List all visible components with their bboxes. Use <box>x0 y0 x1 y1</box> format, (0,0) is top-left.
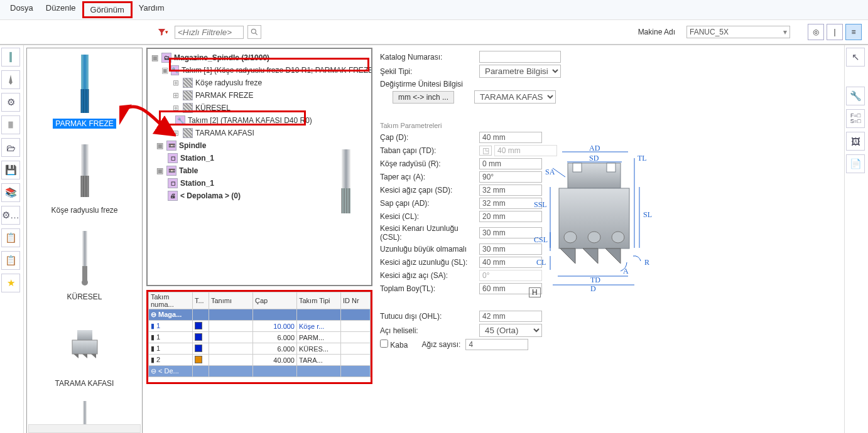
quick-filter-input[interactable] <box>175 26 244 39</box>
lbl-helis: Açı heliseli: <box>380 326 474 335</box>
param-label: Kesici (CL): <box>380 212 474 221</box>
menu-yardim[interactable]: Yardım <box>133 1 171 18</box>
val-agiz[interactable]: 4 <box>465 339 528 350</box>
param-label: Kesici Kenarı Uzunluğu (CSL): <box>380 224 474 242</box>
tree-t1c[interactable]: ⊞KÜRESEL <box>173 102 367 114</box>
machine-select[interactable]: FANUC_5X▾ <box>686 26 790 38</box>
svg-marker-35 <box>560 249 575 264</box>
param-label: Kesici ağız uzunluğu (SL): <box>380 258 474 267</box>
grid-row-1[interactable]: ▮ 1 6.000 PARM... <box>149 332 371 343</box>
svg-text:D: D <box>590 284 596 293</box>
lt-open-icon[interactable]: 🗁 <box>1 138 20 157</box>
param-label: Uzunluğu büyük olmamalı <box>380 245 474 254</box>
tree-t2a[interactable]: ⊞TARAMA KAFASI <box>173 127 367 139</box>
grid-group-depo[interactable]: ⊖ < De... <box>149 366 371 377</box>
rt-fs-icon[interactable]: F=□S=□ <box>846 109 865 128</box>
col-tanimi[interactable]: Tanımı <box>209 292 253 309</box>
view-mode2-icon[interactable]: ❘ <box>827 24 843 40</box>
filter-icon[interactable]: ▾ <box>157 26 168 38</box>
param-value[interactable]: 40 mm <box>479 132 542 143</box>
svg-text:SA: SA <box>545 168 555 176</box>
grid-row-3[interactable]: ▮ 2 40.000 TARA... <box>149 355 371 366</box>
svg-point-11 <box>82 279 88 286</box>
tool-parmak-freze[interactable]: PARMAK FREZE <box>27 48 142 135</box>
grid-row-2[interactable]: ▮ 1 6.000 KÜRES... <box>149 343 371 355</box>
sel-helis[interactable]: 45 (Orta) <box>479 324 542 337</box>
tree-root[interactable]: ▣🗂 Magazine_Spindle (2/1000) <box>151 51 367 64</box>
sel-sekil[interactable]: Parametre Bilgisi <box>479 65 561 78</box>
tool-kose[interactable]: Köşe radyuslu freze <box>27 135 142 222</box>
tool-kuresel[interactable]: KÜRESEL <box>27 222 142 308</box>
svg-marker-16 <box>91 354 96 358</box>
chk-kaba[interactable] <box>380 339 388 348</box>
lt-list-icon[interactable]: 📋 <box>1 228 20 247</box>
param-label: Köşe radyüsü (R): <box>380 159 474 168</box>
tool-parmak-label: PARMAK FREZE <box>53 119 116 129</box>
inp-katalog[interactable] <box>479 51 561 63</box>
rt-tool-icon[interactable]: 🔧 <box>846 87 865 105</box>
param-label: Kesici ağız çapı (SD): <box>380 186 474 195</box>
params-title: Takım Parametreleri <box>380 122 838 129</box>
menubar: Dosya Düzenle Görünüm Yardım <box>0 0 868 20</box>
lt-drill-icon[interactable] <box>1 70 20 89</box>
svg-point-0 <box>251 29 256 33</box>
palette-hscroll[interactable] <box>28 424 141 433</box>
view-mode1-icon[interactable]: ◎ <box>808 24 824 40</box>
tree-t1b[interactable]: ⊞PARMAK FREZE <box>173 89 367 102</box>
lbl-unit: Değiştirme Ünitesi Bilgisi <box>380 80 474 88</box>
col-id[interactable]: ID Nr <box>341 292 371 309</box>
lt-save-icon[interactable]: 💾 <box>1 161 20 179</box>
menu-dosya[interactable]: Dosya <box>4 1 40 18</box>
param-icon[interactable]: ◳ <box>479 146 492 156</box>
col-t[interactable]: T... <box>193 292 209 309</box>
lt-list2-icon[interactable]: 📋 <box>1 251 20 270</box>
svg-rect-9 <box>82 231 87 266</box>
right-toolbar: ↖ 🔧 F=□S=□ 🖼 📄 <box>844 45 868 433</box>
param-label: Kesici ağız açı (SA): <box>380 271 474 280</box>
view-mode3-icon[interactable]: ≡ <box>845 24 862 40</box>
col-num[interactable]: Takım numa... <box>149 292 193 309</box>
rt-image-icon[interactable]: 🖼 <box>846 132 865 151</box>
svg-text:TD: TD <box>590 275 600 284</box>
tree-t1a[interactable]: ⊞Köşe radyuslu freze <box>173 77 367 89</box>
lt-endmill-icon[interactable] <box>1 48 20 67</box>
svg-text:CL: CL <box>536 258 546 267</box>
param-label: Taper açı (A): <box>380 173 474 181</box>
svg-marker-15 <box>82 354 87 358</box>
lt-star-icon[interactable]: ★ <box>1 274 20 292</box>
svg-rect-7 <box>81 144 89 176</box>
tool-tarama[interactable]: TARAMA KAFASI <box>27 308 142 395</box>
tool-grid: Takım numa... T... Tanımı Çap Takım Tipi… <box>146 290 372 384</box>
grid-row-0[interactable]: ▮ 1 10.000 Köşe r... <box>149 321 371 332</box>
svg-line-1 <box>256 33 258 35</box>
search-button[interactable] <box>247 25 261 39</box>
tree-t2[interactable]: ▣🔧 Takım [2] (TARAMA KAFASI D40 R0) <box>165 114 312 127</box>
svg-rect-4 <box>8 122 13 129</box>
col-cap[interactable]: Çap <box>253 292 297 309</box>
svg-marker-14 <box>73 354 79 358</box>
svg-text:SSL: SSL <box>534 200 547 209</box>
tree-t1[interactable]: ▣🔧 Takım [1] (Köşe radyuslu freze D10 R1… <box>161 64 367 77</box>
svg-rect-2 <box>9 52 12 62</box>
menu-duzenle[interactable]: Düzenle <box>40 1 82 18</box>
param-label: Taban çapı (TD): <box>380 146 474 155</box>
menu-gorunum[interactable]: Görünüm <box>82 1 133 18</box>
diagram-h-toggle[interactable]: H <box>529 287 541 297</box>
lt-gear-icon[interactable]: ⚙ <box>1 93 20 112</box>
sel-tooltype[interactable]: TARAMA KAFASI <box>474 90 556 104</box>
rt-doc-icon[interactable]: 📄 <box>846 154 865 173</box>
lt-library-icon[interactable]: 📚 <box>1 183 20 202</box>
grid-group-maga[interactable]: ⊖ Maga... <box>149 309 371 321</box>
lt-holder-icon[interactable] <box>1 115 20 134</box>
lbl-katalog: Katalog Numarası: <box>380 53 474 61</box>
svg-rect-33 <box>607 163 616 172</box>
btn-unit[interactable]: mm <-> inch ... <box>393 91 454 104</box>
top-toolbar: ▾ Makine Adı FANUC_5X▾ ◎ ❘ ≡ <box>0 20 868 45</box>
val-ohl[interactable]: 42 mm <box>479 311 542 322</box>
col-tip[interactable]: Takım Tipi <box>297 292 341 309</box>
machine-label: Makine Adı <box>638 28 675 36</box>
svg-rect-19 <box>342 149 350 188</box>
rt-cursor-icon[interactable]: ↖ <box>846 48 865 67</box>
lt-settings-icon[interactable]: ⚙… <box>1 206 20 225</box>
param-row-0: Çap (D):40 mm <box>380 132 838 143</box>
